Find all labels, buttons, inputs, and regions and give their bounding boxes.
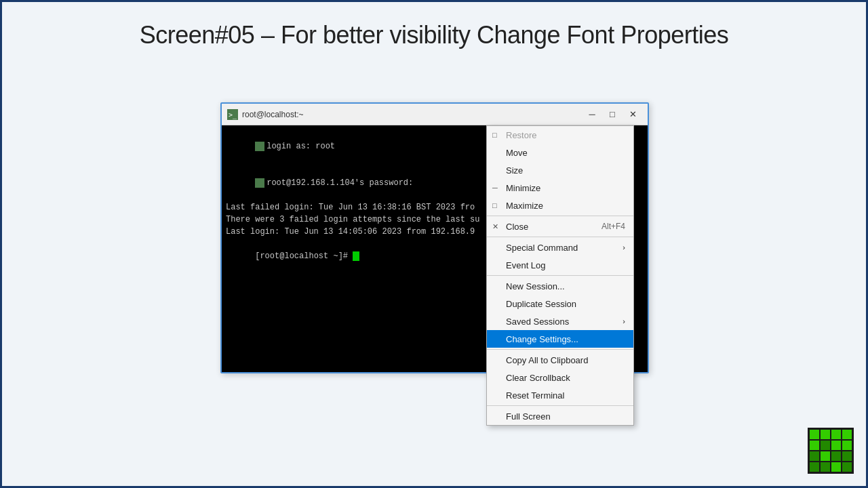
restore-icon: □ <box>492 131 497 139</box>
minimize-button[interactable]: ─ <box>583 106 601 123</box>
menu-item-minimize-label: Minimize <box>506 183 540 193</box>
minimize-icon: ─ <box>492 184 498 192</box>
cursor <box>353 251 359 261</box>
menu-item-saved-sessions-label: Saved Sessions <box>506 317 569 327</box>
menu-separator-2 <box>487 237 633 237</box>
logo-cell <box>810 441 819 450</box>
logo <box>808 428 854 474</box>
menu-item-clear-scrollback[interactable]: Clear Scrollback <box>487 369 633 386</box>
menu-item-reset-terminal[interactable]: Reset Terminal <box>487 386 633 404</box>
arrow-icon: › <box>623 243 625 251</box>
menu-item-restore[interactable]: □ Restore <box>487 126 633 144</box>
terminal-icon: >_ <box>227 109 238 120</box>
close-icon: ✕ <box>492 222 498 231</box>
logo-cell <box>821 441 830 450</box>
menu-item-copy-all[interactable]: Copy All to Clipboard <box>487 351 633 369</box>
menu-separator-5 <box>487 405 633 406</box>
context-menu: □ Restore Move Size ─ Minimize □ Maximiz… <box>486 125 634 426</box>
logo-cell <box>821 462 830 472</box>
logo-cell <box>831 430 841 439</box>
menu-item-duplicate-session-label: Duplicate Session <box>506 299 576 309</box>
logo-cell <box>821 430 830 439</box>
logo-cell <box>842 451 852 461</box>
menu-item-maximize-label: Maximize <box>506 201 543 211</box>
menu-item-minimize[interactable]: ─ Minimize <box>487 179 633 197</box>
logo-cell <box>821 451 830 461</box>
menu-item-clear-scrollback-label: Clear Scrollback <box>506 373 570 383</box>
logo-cell <box>831 441 841 450</box>
logo-cell <box>842 441 852 450</box>
window-title: root@localhost:~ <box>242 110 304 119</box>
titlebar-left: >_ root@localhost:~ <box>227 109 304 120</box>
menu-item-new-session-label: New Session... <box>506 281 565 291</box>
titlebar-buttons: ─ □ ✕ <box>583 106 642 123</box>
svg-rect-3 <box>255 178 264 188</box>
page-heading: Screen#05 – For better visibility Change… <box>2 2 866 49</box>
menu-item-restore-label: Restore <box>506 130 537 140</box>
menu-item-special-command[interactable]: Special Command › <box>487 239 633 256</box>
svg-rect-2 <box>255 142 264 151</box>
titlebar: >_ root@localhost:~ ─ □ ✕ <box>222 104 648 125</box>
menu-item-full-screen[interactable]: Full Screen <box>487 407 633 425</box>
menu-item-close[interactable]: ✕ Close Alt+F4 <box>487 218 633 235</box>
logo-cell <box>842 430 852 439</box>
close-button[interactable]: ✕ <box>623 106 642 123</box>
svg-text:>_: >_ <box>229 111 237 119</box>
menu-item-change-settings[interactable]: Change Settings... <box>487 330 633 348</box>
terminal-window: >_ root@localhost:~ ─ □ ✕ login as: root… <box>220 102 649 373</box>
logo-cell <box>810 451 819 461</box>
menu-item-reset-terminal-label: Reset Terminal <box>506 390 564 401</box>
menu-item-close-label: Close <box>506 222 528 232</box>
menu-item-event-log[interactable]: Event Log <box>487 256 633 274</box>
logo-cell <box>810 430 819 439</box>
menu-item-move-label: Move <box>506 148 528 158</box>
close-shortcut: Alt+F4 <box>601 222 625 231</box>
maximize-button[interactable]: □ <box>603 106 622 123</box>
logo-cell <box>831 462 841 472</box>
menu-item-size[interactable]: Size <box>487 161 633 179</box>
menu-separator-1 <box>487 216 633 216</box>
menu-separator-4 <box>487 349 633 350</box>
logo-grid <box>808 428 854 474</box>
menu-item-duplicate-session[interactable]: Duplicate Session <box>487 295 633 312</box>
logo-cell <box>810 462 819 472</box>
menu-item-copy-all-label: Copy All to Clipboard <box>506 355 588 365</box>
menu-separator-3 <box>487 275 633 276</box>
maximize-icon: □ <box>492 201 497 209</box>
menu-item-event-log-label: Event Log <box>506 260 546 270</box>
logo-cell <box>842 462 852 472</box>
menu-item-change-settings-label: Change Settings... <box>506 334 578 344</box>
menu-item-saved-sessions[interactable]: Saved Sessions › <box>487 312 633 330</box>
menu-item-special-command-label: Special Command <box>506 243 578 253</box>
menu-item-maximize[interactable]: □ Maximize <box>487 197 633 214</box>
menu-item-new-session[interactable]: New Session... <box>487 277 633 295</box>
menu-item-full-screen-label: Full Screen <box>506 411 551 422</box>
saved-sessions-arrow-icon: › <box>623 317 625 325</box>
logo-cell <box>831 451 841 461</box>
menu-item-move[interactable]: Move <box>487 144 633 161</box>
menu-item-size-label: Size <box>506 165 523 176</box>
